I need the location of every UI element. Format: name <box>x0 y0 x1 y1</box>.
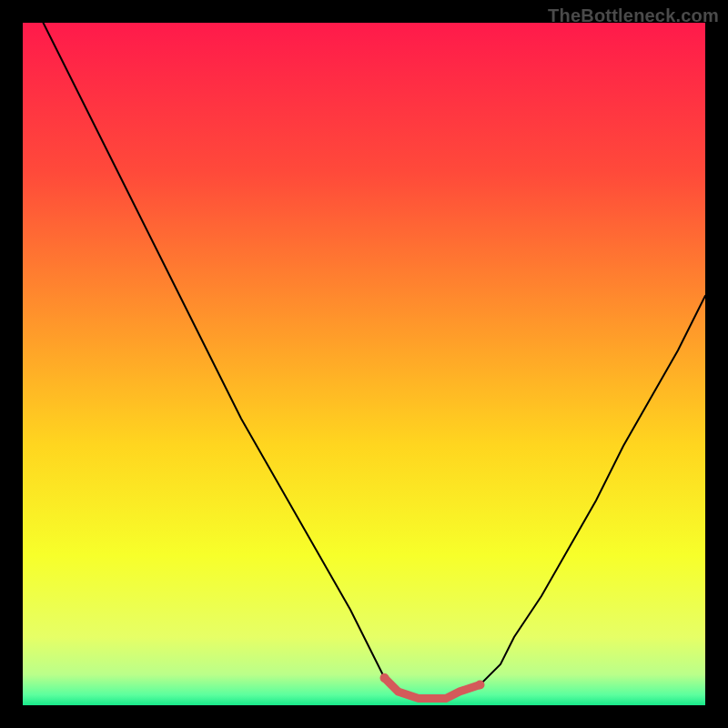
optimal-range-end-dot <box>476 681 485 690</box>
watermark-text: TheBottleneck.com <box>548 5 719 26</box>
bottleneck-chart <box>23 23 705 705</box>
chart-frame: TheBottleneck.com <box>0 0 728 728</box>
optimal-range-start-dot <box>380 673 389 682</box>
gradient-background <box>23 23 705 705</box>
